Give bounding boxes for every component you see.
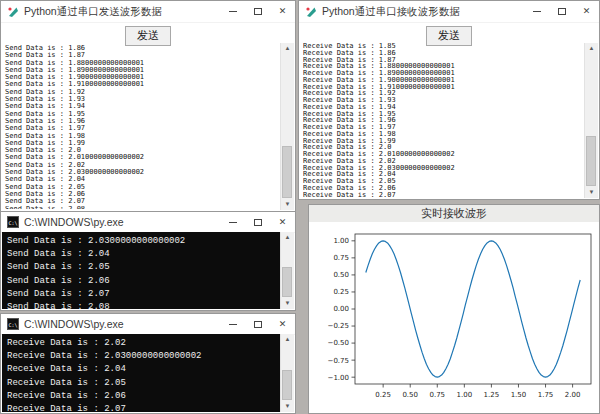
y-tick-label: −1.00 [328,374,349,382]
y-tick-label: 1.00 [333,237,349,245]
send-list-item[interactable]: Send Data is : 1.97 [5,125,278,132]
desktop: Python通过串口发送波形数据 ✕ 发送 Send Data is : 1.8… [0,0,600,414]
close-icon: ✕ [279,218,287,227]
receive-list-item[interactable]: Receive Data is : 1.86 [303,50,582,57]
receive-list-item[interactable]: Receive Data is : 1.96 [303,117,582,124]
scroll-up-icon[interactable]: ▲ [281,232,294,243]
send-list-item[interactable]: Send Data is : 1.9100000000000001 [5,81,278,88]
send-list-item[interactable]: Send Data is : 1.86 [5,45,278,52]
console-line: Send Data is : 2.06 [7,275,281,288]
console-line: Receive Data is : 2.0300000000000002 [7,350,281,363]
send-list-item[interactable]: Send Data is : 2.0100000000000002 [5,154,278,161]
receive-window-titlebar[interactable]: Python通过串口接收波形数据 ✕ [299,1,599,23]
console-scrollbar[interactable]: ▲ ▼ [280,334,294,412]
scroll-up-icon[interactable]: ▲ [281,43,294,54]
receive-list-item[interactable]: Receive Data is : 1.8800000000000001 [303,63,582,70]
console-line: Receive Data is : 2.06 [7,390,281,403]
x-tick-label: 0.75 [429,391,445,399]
receive-list-item[interactable]: Receive Data is : 1.99 [303,138,582,145]
console-receive-window: C:\ C:\WINDOWS\py.exe ✕ Receive Data is … [0,313,296,414]
scroll-down-icon[interactable]: ▼ [281,298,294,309]
receive-list-item[interactable]: Receive Data is : 1.87 [303,57,582,64]
send-list-item[interactable]: Send Data is : 2.07 [5,198,278,205]
send-list-item[interactable]: Send Data is : 2.06 [5,191,278,198]
minimize-button[interactable] [220,314,245,334]
receive-list-item[interactable]: Receive Data is : 1.9100000000000001 [303,84,582,91]
maximize-button[interactable] [245,1,270,21]
minimize-button[interactable] [524,1,549,21]
receive-list-item[interactable]: Receive Data is : 1.9000000000000001 [303,77,582,84]
minimize-button[interactable] [220,1,245,21]
send-list-item[interactable]: Send Data is : 2.02 [5,162,278,169]
receive-list-item[interactable]: Receive Data is : 2.06 [303,185,582,192]
receive-list-item[interactable]: Receive Data is : 2.04 [303,171,582,178]
console-line: Send Data is : 2.0300000000000002 [7,235,281,248]
console-titlebar[interactable]: C:\ C:\WINDOWS\py.exe ✕ [1,314,295,335]
send-list-item[interactable]: Send Data is : 1.94 [5,103,278,110]
receive-list-item[interactable]: Receive Data is : 2.05 [303,178,582,185]
console-receive-output: Receive Data is : 2.02Receive Data is : … [2,334,281,412]
close-button[interactable]: ✕ [270,1,295,21]
maximize-button[interactable] [245,314,270,334]
send-list-scrollbar[interactable]: ▲ ▼ [280,43,294,210]
console-send-window: C:\ C:\WINDOWS\py.exe ✕ Send Data is : 2… [0,211,296,311]
receive-list-item[interactable]: Receive Data is : 1.92 [303,90,582,97]
close-button[interactable]: ✕ [270,212,295,232]
send-list-item[interactable]: Send Data is : 1.8800000000000001 [5,60,278,67]
plot-window-titlebar[interactable]: 实时接收波形 [309,205,599,222]
minimize-button[interactable] [220,212,245,232]
send-list-item[interactable]: Send Data is : 1.96 [5,118,278,125]
send-list-item[interactable]: Send Data is : 2.0 [5,147,278,154]
window-title: Python通过串口接收波形数据 [322,5,460,19]
receive-list-item[interactable]: Receive Data is : 2.0300000000000002 [303,165,582,172]
console-titlebar[interactable]: C:\ C:\WINDOWS\py.exe ✕ [1,212,295,233]
scroll-thumb[interactable] [282,146,292,198]
receive-list-item[interactable]: Receive Data is : 2.07 [303,192,582,198]
scroll-thumb[interactable] [586,136,596,186]
x-tick-label: 1.25 [484,391,500,399]
send-button[interactable]: 发送 [125,26,171,46]
receive-list-item[interactable]: Receive Data is : 2.0100000000000002 [303,151,582,158]
send-list-item[interactable]: Send Data is : 1.98 [5,133,278,140]
console-scrollbar[interactable]: ▲ ▼ [280,232,294,309]
y-tick-label: −0.50 [328,339,349,347]
receive-list-item[interactable]: Receive Data is : 2.0 [303,144,582,151]
receive-list-item[interactable]: Receive Data is : 1.94 [303,104,582,111]
close-button[interactable]: ✕ [270,314,295,334]
send-list-item[interactable]: Send Data is : 2.08 [5,206,278,209]
x-tick-label: 1.00 [457,391,473,399]
send-list-item[interactable]: Send Data is : 2.05 [5,184,278,191]
send-window-titlebar[interactable]: Python通过串口发送波形数据 ✕ [1,1,295,23]
send-list-item[interactable]: Send Data is : 2.0300000000000002 [5,169,278,176]
tk-app-icon [305,6,317,18]
receive-list-item[interactable]: Receive Data is : 1.95 [303,111,582,118]
console-line: Receive Data is : 2.04 [7,363,281,376]
scroll-thumb[interactable] [282,267,292,297]
send-list-item[interactable]: Send Data is : 1.87 [5,52,278,59]
receive-list-item[interactable]: Receive Data is : 2.02 [303,158,582,165]
receive-list-item[interactable]: Receive Data is : 1.97 [303,124,582,131]
scroll-down-icon[interactable]: ▼ [281,401,294,412]
receive-list-item[interactable]: Receive Data is : 1.8900000000000001 [303,70,582,77]
maximize-button[interactable] [549,1,574,21]
scroll-down-icon[interactable]: ▼ [281,199,294,210]
scroll-down-icon[interactable]: ▼ [585,187,598,198]
receive-list-item[interactable]: Receive Data is : 1.93 [303,97,582,104]
maximize-button[interactable] [245,212,270,232]
scroll-up-icon[interactable]: ▲ [585,43,598,54]
send-list-item[interactable]: Send Data is : 1.99 [5,140,278,147]
receive-list-scrollbar[interactable]: ▲ ▼ [584,43,598,198]
send-list-item[interactable]: Send Data is : 1.9000000000000001 [5,74,278,81]
scroll-up-icon[interactable]: ▲ [281,334,294,345]
receive-window: Python通过串口接收波形数据 ✕ 发送 Receive Data is : … [298,0,600,200]
waveform-chart: 0.250.500.751.001.251.501.752.00−1.00−0.… [309,222,599,414]
send-list-item[interactable]: Send Data is : 1.93 [5,96,278,103]
scroll-thumb[interactable] [282,370,292,400]
receive-list-item[interactable]: Receive Data is : 1.98 [303,131,582,138]
receive-list-item[interactable]: Receive Data is : 1.85 [303,43,582,50]
send-list-item[interactable]: Send Data is : 1.95 [5,111,278,118]
close-button[interactable]: ✕ [574,1,599,21]
send-list-item[interactable]: Send Data is : 2.04 [5,176,278,183]
send-list-item[interactable]: Send Data is : 1.92 [5,89,278,96]
send-list-item[interactable]: Send Data is : 1.8900000000000001 [5,67,278,74]
